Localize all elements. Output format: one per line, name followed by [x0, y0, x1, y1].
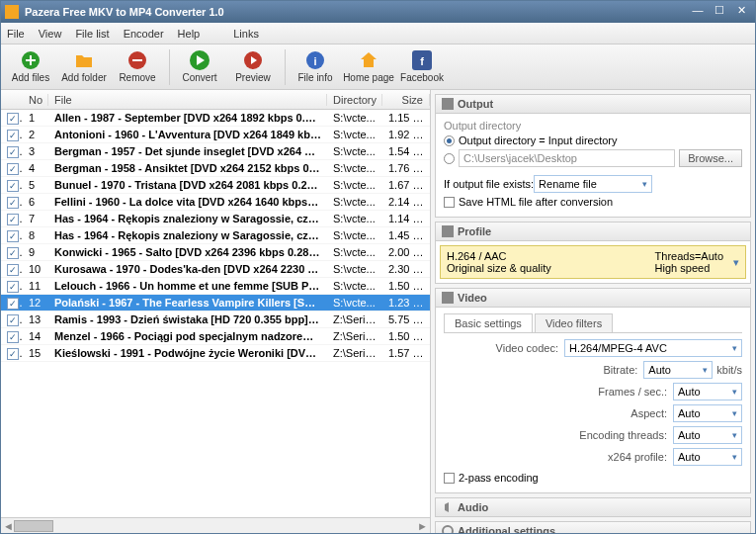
threads-combo[interactable]: Auto — [673, 426, 742, 444]
output-path-input[interactable] — [459, 149, 675, 167]
row-no: 14 — [23, 330, 48, 342]
row-checkbox[interactable]: ✓ — [7, 163, 19, 175]
table-row[interactable]: ✓12Polański - 1967 - The Fearless Vampir… — [1, 295, 430, 312]
table-row[interactable]: ✓6Fellini - 1960 - La dolce vita [DVD x2… — [1, 194, 430, 211]
remove-button[interactable]: Remove — [112, 46, 163, 88]
table-row[interactable]: ✓14Menzel - 1966 - Pociągi pod specjalny… — [1, 328, 430, 345]
table-row[interactable]: ✓9Konwicki - 1965 - Salto [DVD x264 2396… — [1, 244, 430, 261]
row-size: 1.14 GB — [382, 213, 430, 224]
row-size: 1.92 GB — [382, 129, 430, 140]
x264-combo[interactable]: Auto — [673, 448, 742, 466]
row-no: 11 — [23, 280, 48, 292]
row-dir: S:\vcte... — [327, 196, 382, 208]
row-checkbox[interactable]: ✓ — [7, 348, 19, 360]
row-filename: Konwicki - 1965 - Salto [DVD x264 2396 k… — [48, 246, 327, 258]
x264-label: x264 profile: — [608, 451, 667, 463]
output-panel: Output Output directory Output directory… — [435, 94, 751, 218]
table-header: No File Directory Size — [1, 90, 430, 110]
toolbar-label: Home page — [343, 72, 394, 83]
menu-help[interactable]: Help — [178, 28, 201, 40]
table-row[interactable]: ✓8Has - 1964 - Rękopis znaleziony w Sara… — [1, 227, 430, 244]
table-row[interactable]: ✓11Lelouch - 1966 - Un homme et une femm… — [1, 278, 430, 295]
tab-video-filters[interactable]: Video filters — [535, 313, 613, 332]
convert-button[interactable]: Convert — [174, 46, 225, 88]
row-checkbox[interactable]: ✓ — [7, 146, 19, 158]
maximize-button[interactable]: ☐ — [710, 4, 729, 20]
row-size: 1.54 GB — [382, 145, 430, 157]
table-row[interactable]: ✓5Bunuel - 1970 - Tristana [DVD x264 208… — [1, 177, 430, 194]
row-size: 5.75 GB — [382, 313, 430, 325]
row-checkbox[interactable]: ✓ — [7, 264, 19, 276]
close-button[interactable]: ✕ — [731, 4, 751, 20]
row-checkbox[interactable]: ✓ — [7, 214, 19, 225]
table-row[interactable]: ✓1Allen - 1987 - September [DVD x264 189… — [1, 110, 430, 127]
menu-encoder[interactable]: Encoder — [124, 28, 164, 40]
add-files-button[interactable]: Add files — [5, 46, 56, 88]
file-info-button[interactable]: iFile info — [290, 46, 341, 88]
col-no[interactable]: No — [23, 94, 48, 106]
radio-same-dir[interactable] — [444, 135, 455, 146]
row-checkbox[interactable]: ✓ — [7, 113, 19, 125]
row-checkbox[interactable]: ✓ — [7, 180, 19, 192]
video-header[interactable]: Video — [435, 288, 751, 308]
row-checkbox[interactable]: ✓ — [7, 331, 19, 343]
menu-view[interactable]: View — [39, 28, 62, 40]
table-row[interactable]: ✓13Ramis - 1993 - Dzień świstaka [HD 720… — [1, 312, 430, 328]
folder-icon — [74, 50, 94, 70]
row-checkbox[interactable]: ✓ — [7, 298, 19, 310]
svg-point-11 — [443, 526, 453, 533]
row-checkbox[interactable]: ✓ — [7, 247, 19, 259]
row-size: 2.30 GB — [382, 263, 430, 275]
col-file[interactable]: File — [48, 94, 327, 106]
output-dir-label: Output directory — [444, 120, 742, 132]
additional-header[interactable]: Additional settings — [435, 521, 751, 533]
table-row[interactable]: ✓10Kurosawa - 1970 - Dodes'ka-den [DVD x… — [1, 261, 430, 278]
menu-links[interactable]: Links — [233, 28, 259, 40]
add-folder-button[interactable]: Add folder — [58, 46, 110, 88]
col-dir[interactable]: Directory — [327, 94, 382, 106]
row-dir: S:\vcte... — [327, 179, 382, 191]
horizontal-scrollbar[interactable]: ◄► — [1, 517, 430, 533]
row-checkbox[interactable]: ✓ — [7, 230, 19, 242]
row-no: 12 — [23, 297, 48, 309]
table-row[interactable]: ✓4Bergman - 1958 - Ansiktet [DVD x264 21… — [1, 160, 430, 177]
row-checkbox[interactable]: ✓ — [7, 281, 19, 293]
tab-basic-settings[interactable]: Basic settings — [444, 313, 533, 332]
table-row[interactable]: ✓15Kieślowski - 1991 - Podwójne życie We… — [1, 345, 430, 362]
exists-combo[interactable]: Rename file — [534, 175, 652, 193]
preview-button[interactable]: Preview — [227, 46, 279, 88]
radio-custom-dir[interactable] — [444, 153, 455, 164]
col-size[interactable]: Size — [382, 94, 430, 106]
facebook-button[interactable]: fFacebook — [396, 46, 448, 88]
toolbar-label: Facebook — [400, 72, 444, 83]
menu-file-list[interactable]: File list — [75, 28, 109, 40]
profile-combo[interactable]: H.264 / AAC Original size & quality Thre… — [440, 245, 746, 279]
table-row[interactable]: ✓2Antonioni - 1960 - L'Avventura [DVD x2… — [1, 127, 430, 143]
minus-icon — [127, 50, 147, 70]
row-checkbox[interactable]: ✓ — [7, 130, 19, 141]
minimize-button[interactable]: — — [688, 4, 708, 20]
row-no: 5 — [23, 179, 48, 191]
video-icon — [442, 292, 454, 304]
profile-header[interactable]: Profile — [435, 222, 751, 241]
home-page-button[interactable]: Home page — [343, 46, 394, 88]
browse-button[interactable]: Browse... — [679, 149, 742, 167]
output-icon — [442, 98, 454, 110]
row-checkbox[interactable]: ✓ — [7, 197, 19, 209]
row-no: 7 — [23, 213, 48, 224]
bitrate-combo[interactable]: Auto — [643, 361, 713, 379]
save-html-checkbox[interactable] — [444, 197, 455, 208]
table-row[interactable]: ✓3Bergman - 1957 - Det sjunde inseglet [… — [1, 143, 430, 160]
twopass-checkbox[interactable] — [444, 473, 455, 484]
row-checkbox[interactable]: ✓ — [7, 314, 19, 326]
audio-header[interactable]: Audio — [435, 497, 751, 517]
aspect-combo[interactable]: Auto — [673, 404, 742, 422]
profile-icon — [442, 225, 454, 237]
menu-file[interactable]: File — [7, 28, 25, 40]
codec-combo[interactable]: H.264/MPEG-4 AVC — [564, 339, 742, 357]
table-row[interactable]: ✓7Has - 1964 - Rękopis znaleziony w Sara… — [1, 211, 430, 227]
row-filename: Kieślowski - 1991 - Podwójne życie Weron… — [48, 347, 327, 359]
fps-combo[interactable]: Auto — [673, 383, 742, 400]
toolbar-label: File info — [297, 72, 332, 83]
output-header[interactable]: Output — [435, 94, 751, 114]
